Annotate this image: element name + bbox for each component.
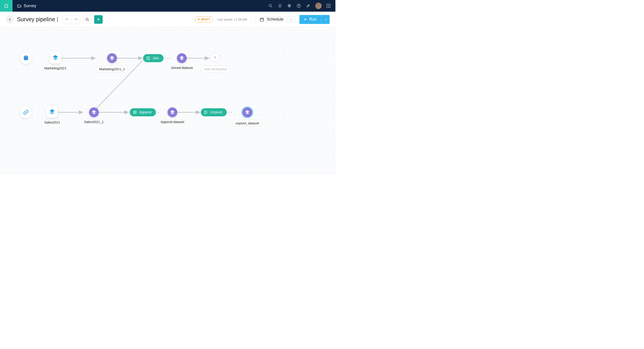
top-navbar: Survey — [0, 0, 336, 12]
schedule-dropdown[interactable] — [288, 17, 295, 22]
layers-icon — [179, 56, 184, 61]
svg-rect-10 — [260, 18, 264, 21]
append-transform-node[interactable]: Append — [130, 108, 156, 116]
status-badge: DRAFT — [195, 17, 213, 22]
svg-marker-30 — [110, 58, 114, 60]
datasource-node[interactable] — [20, 107, 32, 118]
append-dataset-node[interactable]: Append-dataset — [160, 107, 184, 124]
plus-icon — [213, 56, 217, 59]
join-transform-node[interactable]: Join — [143, 54, 164, 62]
help-button[interactable] — [296, 4, 301, 8]
prepared-dataset-node[interactable]: Marketing2021_1 — [96, 53, 128, 72]
run-main[interactable]: Run — [300, 15, 321, 24]
search-icon — [85, 18, 89, 22]
chevron-down-icon — [324, 18, 327, 21]
svg-point-0 — [269, 4, 272, 7]
layers-icon — [92, 110, 96, 115]
prepared-dataset-icon[interactable] — [107, 53, 117, 63]
add-destination-button[interactable] — [210, 52, 220, 62]
node-label: Sales2021 — [44, 120, 60, 124]
append-icon — [133, 110, 137, 114]
unpivot-icon — [204, 110, 208, 114]
dataset-icon-box[interactable] — [50, 52, 61, 64]
layers-icon — [52, 55, 58, 61]
back-button[interactable] — [6, 16, 14, 24]
divider — [251, 16, 251, 24]
gear-icon — [287, 4, 291, 8]
run-button[interactable]: Run — [300, 15, 330, 24]
layers-icon — [170, 110, 175, 115]
prepared-dataset-icon[interactable] — [168, 107, 177, 117]
pill-label: Join — [152, 56, 159, 60]
home-button[interactable] — [0, 0, 12, 12]
layers-icon — [110, 56, 114, 61]
join-icon — [146, 56, 150, 60]
datasource-node[interactable] — [20, 52, 32, 64]
search-canvas-button[interactable] — [83, 15, 92, 24]
pipeline-canvas[interactable]: Marketing2021 Marketing2021_1 Join Joine… — [0, 27, 336, 175]
prepared-dataset-icon[interactable] — [89, 107, 99, 117]
svg-point-2 — [289, 5, 290, 7]
breadcrumb[interactable]: Survey — [17, 4, 36, 8]
schedule-button[interactable]: Schedule — [255, 17, 296, 22]
run-dropdown[interactable] — [321, 15, 330, 24]
dataset-icon-box[interactable] — [46, 106, 58, 118]
notifications-button[interactable] — [278, 4, 282, 8]
svg-point-4 — [298, 7, 299, 7]
add-node-button[interactable] — [94, 15, 103, 24]
redo-button[interactable] — [72, 15, 80, 24]
title-menu-button[interactable] — [57, 18, 58, 22]
help-icon — [297, 4, 301, 8]
prepared-dataset-icon[interactable] — [242, 107, 252, 117]
unpivot-transform-node[interactable]: Unpivot — [201, 108, 227, 116]
dataset-node[interactable]: Sales2021 — [44, 106, 60, 124]
unpivot-dataset-node[interactable]: unpivot_dataset — [232, 107, 262, 126]
run-label: Run — [309, 17, 317, 22]
prepared-dataset-node[interactable]: Sales2021_1 — [84, 107, 104, 124]
azure-sql-icon — [23, 55, 29, 61]
svg-rect-44 — [204, 111, 206, 114]
toolbar: Survey pipeline DRAFT Last saved: 11:05 … — [0, 12, 336, 27]
add-destination-label-wrap: Add destination — [201, 63, 230, 72]
node-label: Joined-dataset — [171, 66, 193, 70]
prepared-dataset-icon[interactable] — [177, 53, 187, 63]
azure-source-icon[interactable] — [20, 52, 32, 64]
svg-point-5 — [308, 5, 308, 6]
svg-marker-28 — [53, 57, 58, 60]
schedule-label: Schedule — [267, 17, 284, 22]
pill-label: Unpivot — [210, 110, 222, 114]
schedule-main[interactable]: Schedule — [256, 17, 288, 22]
node-label: Append-dataset — [160, 120, 184, 124]
joined-dataset-node[interactable]: Joined-dataset — [171, 53, 193, 70]
rocket-icon — [306, 4, 310, 8]
search-nav-button[interactable] — [268, 4, 273, 8]
svg-marker-39 — [92, 112, 96, 114]
node-label: Marketing2021_1 — [96, 66, 128, 72]
bell-icon — [278, 4, 282, 8]
page-title: Survey pipeline — [17, 16, 55, 23]
svg-line-1 — [271, 6, 272, 8]
redo-icon — [74, 18, 78, 22]
undo-icon — [65, 18, 69, 22]
layers-icon — [49, 109, 55, 115]
pill-label: Append — [139, 110, 152, 114]
svg-rect-41 — [134, 113, 136, 114]
app-grid-button[interactable] — [326, 4, 330, 8]
search-icon — [268, 4, 272, 8]
chevron-down-icon — [290, 18, 293, 21]
svg-line-7 — [88, 20, 89, 21]
svg-marker-33 — [180, 58, 184, 60]
avatar[interactable] — [315, 3, 322, 9]
status-text: DRAFT — [201, 18, 210, 21]
calendar-icon — [260, 17, 264, 22]
node-label: Sales2021_1 — [84, 120, 104, 124]
svg-point-26 — [24, 56, 28, 57]
undo-button[interactable] — [63, 15, 72, 24]
link-source-icon[interactable] — [20, 107, 32, 118]
rocket-button[interactable] — [306, 4, 310, 8]
settings-nav-button[interactable] — [287, 4, 292, 8]
undo-redo-group — [63, 15, 80, 24]
dataset-node[interactable]: Marketing2021 — [44, 52, 66, 70]
chevron-left-icon — [8, 18, 12, 21]
link-icon — [23, 109, 29, 115]
